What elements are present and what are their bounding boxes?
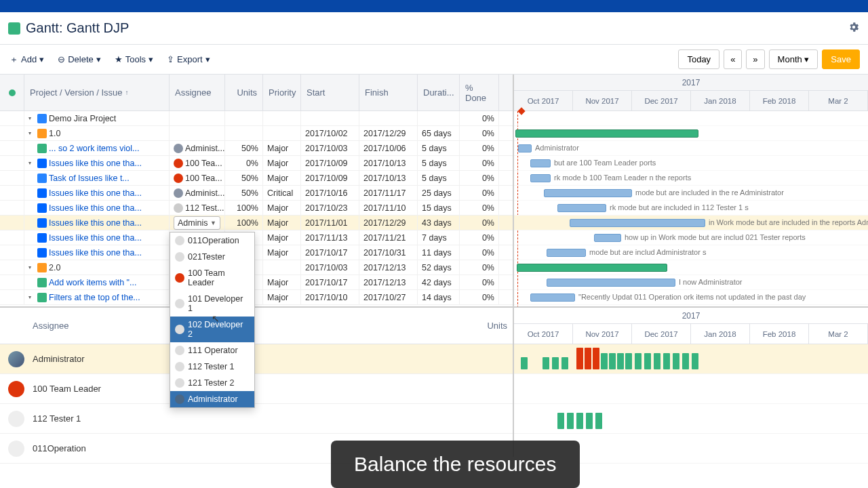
add-button[interactable]: ＋Add▾ (8, 51, 45, 68)
table-row[interactable]: ▾1.02017/10/022017/12/2965 days0% (0, 126, 513, 141)
name-cell[interactable]: Issues like this one tha... (24, 216, 170, 230)
assignee-cell[interactable]: 112 Test... (170, 201, 225, 215)
avatar-icon (8, 441, 24, 457)
col-units[interactable]: Units (225, 75, 263, 110)
gantt-row[interactable] (514, 111, 868, 126)
gantt-body[interactable]: Administratorbut are 100 Team Leader por… (514, 111, 868, 306)
gantt-row[interactable]: but are 100 Team Leader ports (514, 156, 868, 171)
col-assignee[interactable]: Assignee (170, 75, 225, 110)
name-cell[interactable]: ▾Filters at the top of the... (24, 290, 170, 304)
name-cell[interactable]: Issues like this one tha... (24, 230, 170, 245)
dropdown-item[interactable]: 111 Operator (170, 342, 254, 359)
table-row[interactable]: ▾Demo Jira Project0% (0, 111, 513, 126)
name-cell[interactable]: Issues like this one tha... (24, 186, 170, 200)
name-cell[interactable]: ... so 2 work items viol... (24, 141, 170, 155)
dropdown-item[interactable]: 021Tester (170, 249, 254, 265)
save-button[interactable]: Save (822, 49, 860, 69)
zoom-button[interactable]: Month ▾ (769, 49, 818, 69)
gantt-bar[interactable]: how up in Work mode but are includ 021 T… (594, 234, 621, 242)
name-cell[interactable]: ▾2.0 (24, 260, 170, 274)
dropdown-item[interactable]: 102 Developer 2 (170, 317, 254, 342)
res-col-units[interactable]: Units (434, 321, 513, 331)
expand-icon[interactable]: ▾ (28, 264, 35, 270)
resource-row[interactable]: Administrator (0, 344, 513, 374)
gantt-row[interactable]: rk mode b 100 Team Leader n the reports (514, 171, 868, 186)
table-row[interactable]: Issues like this one tha...Major2017/10/… (0, 245, 513, 260)
table-row[interactable]: Issues like this one tha...Administ...50… (0, 186, 513, 201)
dropdown-item[interactable]: Administrator (170, 391, 254, 407)
assignee-cell[interactable] (170, 126, 225, 140)
delete-button[interactable]: ⊖Delete▾ (56, 52, 102, 67)
gantt-bar[interactable]: I now Administrator (547, 279, 675, 287)
gantt-row[interactable]: Administrator (514, 141, 868, 156)
resource-row[interactable]: 100 Team Leader (0, 374, 513, 404)
assignee-cell[interactable] (170, 111, 225, 125)
col-name[interactable]: Project / Version / Issue↑ (24, 75, 170, 110)
gantt-bar[interactable]: rk mode b 100 Team Leader n the reports (530, 174, 551, 182)
gantt-row[interactable] (514, 260, 868, 275)
name-cell[interactable]: Add work items with "... (24, 275, 170, 289)
table-row[interactable]: Add work items with "...Major2017/10/172… (0, 275, 513, 290)
table-row[interactable]: Issues like this one tha...Major2017/11/… (0, 230, 513, 245)
next-button[interactable]: » (746, 49, 764, 69)
gantt-bar[interactable] (517, 264, 667, 272)
gantt-row[interactable]: in Work mode but are included in the rep… (514, 216, 868, 230)
dropdown-item[interactable]: 011Operation (170, 232, 254, 249)
name-cell[interactable]: Issues like this one tha... (24, 201, 170, 215)
table-row[interactable]: ▾2.02017/10/032017/12/1352 days0% (0, 260, 513, 275)
col-priority[interactable]: Priority (263, 75, 301, 110)
col-done[interactable]: % Done (460, 75, 499, 110)
name-cell[interactable]: ▾Demo Jira Project (24, 111, 170, 125)
gantt-row[interactable]: I now Administrator (514, 275, 868, 290)
name-cell[interactable]: ▾1.0 (24, 126, 170, 140)
gantt-bar[interactable] (515, 129, 698, 138)
gantt-row[interactable]: mode but are includ Administrator s (514, 245, 868, 260)
table-row[interactable]: Task of Issues like t...100 Tea...50%Maj… (0, 171, 513, 186)
dropdown-item[interactable]: 121 Tester 2 (170, 375, 254, 391)
table-row[interactable]: ▾Filters at the top of the...Major2017/1… (0, 290, 513, 305)
col-start[interactable]: Start (301, 75, 359, 110)
chevron-down-icon: ▼ (210, 220, 216, 226)
name-cell[interactable]: ▾Issues like this one tha... (24, 156, 170, 170)
table-row[interactable]: Issues like this one tha...112 Test...10… (0, 201, 513, 216)
gear-icon[interactable] (848, 21, 860, 35)
dropdown-item[interactable]: 101 Developer 1 (170, 291, 254, 317)
gantt-row[interactable]: "Recently Updat 011 Operation ork items … (514, 290, 868, 305)
export-button[interactable]: ⇪Export▾ (165, 52, 212, 67)
prev-button[interactable]: « (724, 49, 742, 69)
expand-icon[interactable]: ▾ (28, 160, 35, 166)
assignee-cell[interactable]: Administ... (170, 186, 225, 200)
gantt-bar[interactable]: but are 100 Team Leader ports (530, 159, 551, 167)
col-duration[interactable]: Durati... (418, 75, 460, 110)
gantt-bar[interactable]: rk mode but are included in 112 Tester 1… (557, 204, 606, 212)
assignee-cell-editor[interactable]: Adminis▼ (174, 216, 220, 230)
assignee-cell[interactable]: Administ... (170, 141, 225, 155)
dropdown-item[interactable]: 100 Team Leader (170, 265, 254, 291)
gantt-row[interactable] (514, 126, 868, 141)
assignee-cell[interactable]: 100 Tea... (170, 156, 225, 170)
tools-button[interactable]: ★Tools▾ (113, 52, 155, 67)
dropdown-item[interactable]: 112 Tester 1 (170, 359, 254, 375)
table-row[interactable]: Issues like this one tha...Adminis▼100%M… (0, 216, 513, 230)
table-row[interactable]: ... so 2 work items viol...Administ...50… (0, 141, 513, 156)
expand-icon[interactable]: ▾ (28, 294, 35, 300)
resource-row[interactable]: 112 Tester 1 (0, 404, 513, 434)
gantt-bar[interactable]: mode but are included in the re Administ… (544, 189, 632, 197)
expand-icon[interactable]: ▾ (28, 130, 35, 136)
today-button[interactable]: Today (678, 49, 719, 69)
gantt-bar[interactable]: "Recently Updat 011 Operation ork items … (530, 293, 575, 302)
assignee-dropdown[interactable]: 011Operation021Tester100 Team Leader101 … (170, 232, 255, 408)
resource-bars-row (514, 344, 868, 374)
gantt-bar[interactable]: in Work mode but are included in the rep… (570, 219, 705, 227)
gantt-bar[interactable]: mode but are includ Administrator s (547, 249, 586, 257)
expand-icon[interactable]: ▾ (28, 115, 35, 121)
assignee-cell[interactable]: 100 Tea... (170, 171, 225, 185)
gantt-row[interactable]: how up in Work mode but are includ 021 T… (514, 230, 868, 245)
gantt-row[interactable]: rk mode but are included in 112 Tester 1… (514, 201, 868, 216)
gantt-bar[interactable]: Administrator (518, 144, 532, 152)
table-row[interactable]: ▾Issues like this one tha...100 Tea...0%… (0, 156, 513, 171)
name-cell[interactable]: Task of Issues like t... (24, 171, 170, 185)
col-finish[interactable]: Finish (359, 75, 418, 110)
name-cell[interactable]: Issues like this one tha... (24, 245, 170, 260)
gantt-row[interactable]: mode but are included in the re Administ… (514, 186, 868, 201)
